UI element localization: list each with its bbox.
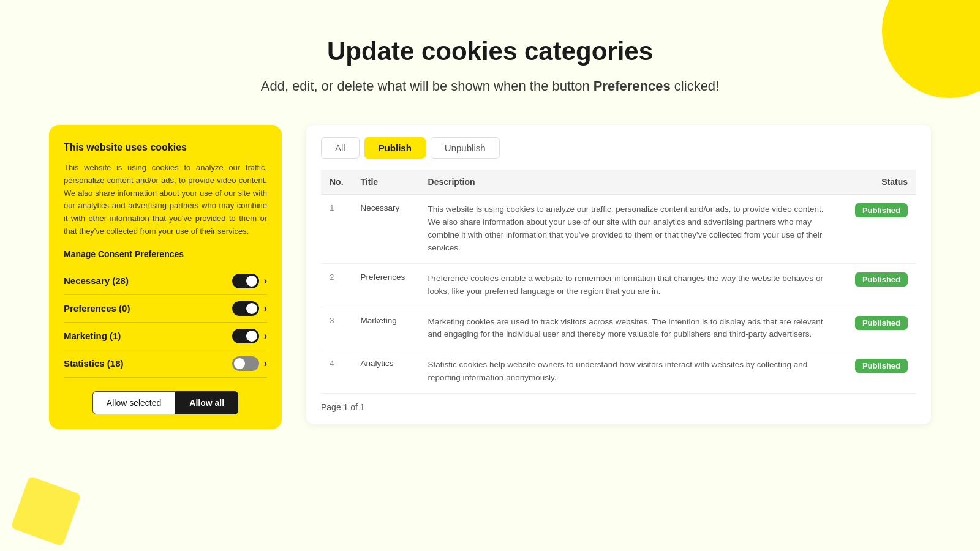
th-status: Status bbox=[846, 170, 916, 195]
cell-title: Necessary bbox=[352, 195, 420, 264]
cell-no: 2 bbox=[321, 263, 352, 307]
main-layout: This website uses cookies This website i… bbox=[49, 125, 931, 429]
toggle-preferences[interactable] bbox=[232, 301, 259, 316]
status-badge: Published bbox=[855, 359, 908, 373]
chevron-statistics[interactable]: › bbox=[264, 358, 267, 369]
toggle-necessary[interactable] bbox=[232, 274, 259, 288]
preference-preferences-label: Preferences (0) bbox=[64, 303, 130, 313]
preference-statistics-controls: › bbox=[232, 356, 267, 371]
cell-status: Published bbox=[846, 195, 916, 264]
table-row: 2 Preferences Preference cookies enable … bbox=[321, 263, 916, 307]
cell-no: 4 bbox=[321, 350, 352, 394]
preference-marketing: Marketing (1) › bbox=[64, 323, 267, 350]
status-badge: Published bbox=[855, 316, 908, 330]
preference-statistics: Statistics (18) › bbox=[64, 350, 267, 378]
deco-shape-bl bbox=[10, 476, 81, 546]
status-badge: Published bbox=[855, 272, 908, 287]
preference-necessary: Necessary (28) › bbox=[64, 268, 267, 295]
cell-description: Preference cookies enable a website to r… bbox=[420, 263, 846, 307]
consent-heading: This website uses cookies bbox=[64, 142, 267, 153]
cell-description: Statistic cookies help website owners to… bbox=[420, 350, 846, 394]
table-row: 1 Necessary This website is using cookie… bbox=[321, 195, 916, 264]
cell-description: Marketing cookies are used to track visi… bbox=[420, 307, 846, 350]
toggle-statistics[interactable] bbox=[232, 356, 259, 371]
cell-status: Published bbox=[846, 307, 916, 350]
tab-all[interactable]: All bbox=[321, 137, 360, 159]
th-title: Title bbox=[352, 170, 420, 195]
page-title: Update cookies categories bbox=[49, 37, 931, 66]
toggle-marketing[interactable] bbox=[232, 329, 259, 343]
cell-title: Marketing bbox=[352, 307, 420, 350]
preference-preferences: Preferences (0) › bbox=[64, 295, 267, 323]
cell-status: Published bbox=[846, 263, 916, 307]
allow-all-button[interactable]: Allow all bbox=[175, 391, 238, 414]
consent-panel: This website uses cookies This website i… bbox=[49, 125, 282, 429]
tab-publish[interactable]: Publish bbox=[364, 137, 426, 159]
subtitle-before: Add, edit, or delete what will be shown … bbox=[261, 78, 594, 94]
chevron-necessary[interactable]: › bbox=[264, 276, 267, 287]
table-row: 4 Analytics Statistic cookies help websi… bbox=[321, 350, 916, 394]
manage-consent-title: Manage Consent Preferences bbox=[64, 249, 267, 259]
th-description: Description bbox=[420, 170, 846, 195]
cell-title: Preferences bbox=[352, 263, 420, 307]
cell-title: Analytics bbox=[352, 350, 420, 394]
status-badge: Published bbox=[855, 203, 908, 217]
table-toolbar: All Publish Unpublish bbox=[321, 137, 916, 159]
cookies-table: No. Title Description Status 1 Necessary… bbox=[321, 170, 916, 394]
th-no: No. bbox=[321, 170, 352, 195]
preference-statistics-label: Statistics (18) bbox=[64, 358, 124, 369]
table-row: 3 Marketing Marketing cookies are used t… bbox=[321, 307, 916, 350]
chevron-marketing[interactable]: › bbox=[264, 331, 267, 342]
preference-necessary-label: Necessary (28) bbox=[64, 276, 129, 286]
preference-marketing-controls: › bbox=[232, 329, 267, 343]
consent-description: This website is using cookies to analyze… bbox=[64, 162, 267, 238]
preference-marketing-label: Marketing (1) bbox=[64, 331, 121, 341]
cell-description: This website is using cookies to analyze… bbox=[420, 195, 846, 264]
table-panel: All Publish Unpublish No. Title Descript… bbox=[306, 125, 931, 424]
table-header-row: No. Title Description Status bbox=[321, 170, 916, 195]
cell-no: 3 bbox=[321, 307, 352, 350]
preference-preferences-controls: › bbox=[232, 301, 267, 316]
cell-no: 1 bbox=[321, 195, 352, 264]
tab-unpublish[interactable]: Unpublish bbox=[431, 137, 500, 159]
allow-selected-button[interactable]: Allow selected bbox=[92, 391, 176, 414]
preference-necessary-controls: › bbox=[232, 274, 267, 288]
chevron-preferences[interactable]: › bbox=[264, 303, 267, 314]
consent-buttons: Allow selected Allow all bbox=[64, 391, 267, 414]
page-subtitle: Add, edit, or delete what will be shown … bbox=[49, 78, 931, 94]
subtitle-bold: Preferences bbox=[594, 78, 671, 94]
cell-status: Published bbox=[846, 350, 916, 394]
table-footer: Page 1 of 1 bbox=[321, 402, 916, 412]
subtitle-after: clicked! bbox=[671, 78, 719, 94]
